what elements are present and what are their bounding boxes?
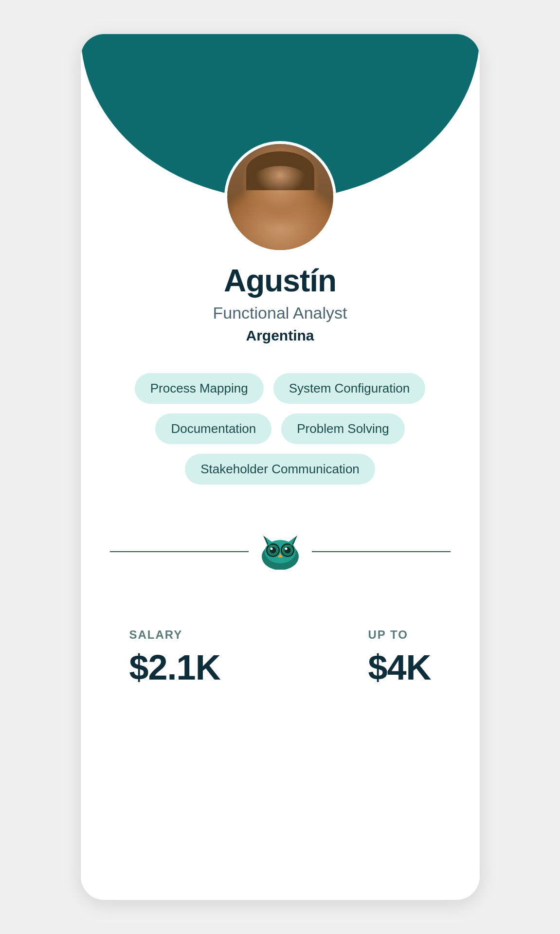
salary-value: $2.1K <box>129 647 220 687</box>
svg-point-6 <box>270 547 276 554</box>
salary-block: SALARY $2.1K <box>129 628 220 687</box>
profile-country: Argentina <box>246 327 314 344</box>
skill-badge-system-configuration: System Configuration <box>273 373 426 404</box>
salary-section: SALARY $2.1K UP TO $4K <box>81 609 480 707</box>
profile-title: Functional Analyst <box>213 304 347 323</box>
card-header <box>81 34 480 199</box>
divider-line-left <box>110 551 249 552</box>
card-body: Agustín Functional Analyst Argentina Pro… <box>81 199 480 900</box>
divider-line-right <box>312 551 451 552</box>
skills-section: Process Mapping System Configuration Doc… <box>81 373 480 485</box>
skill-badge-problem-solving: Problem Solving <box>281 413 404 444</box>
skill-badge-process-mapping: Process Mapping <box>135 373 264 404</box>
salary-upto-value: $4K <box>368 647 431 687</box>
svg-point-7 <box>270 548 272 550</box>
avatar <box>224 141 336 253</box>
owl-icon <box>258 533 302 570</box>
profile-card: Agustín Functional Analyst Argentina Pro… <box>81 34 480 900</box>
divider-section <box>81 533 480 570</box>
salary-label: SALARY <box>129 628 183 642</box>
skill-badge-stakeholder-communication: Stakeholder Communication <box>185 454 375 485</box>
avatar-image <box>227 144 333 250</box>
salary-upto-label: UP TO <box>368 628 408 642</box>
svg-point-10 <box>284 547 291 554</box>
avatar-hair <box>246 151 314 190</box>
svg-point-11 <box>285 548 287 550</box>
skill-badge-documentation: Documentation <box>155 413 271 444</box>
profile-name: Agustín <box>224 263 336 299</box>
salary-upto-block: UP TO $4K <box>368 628 431 687</box>
